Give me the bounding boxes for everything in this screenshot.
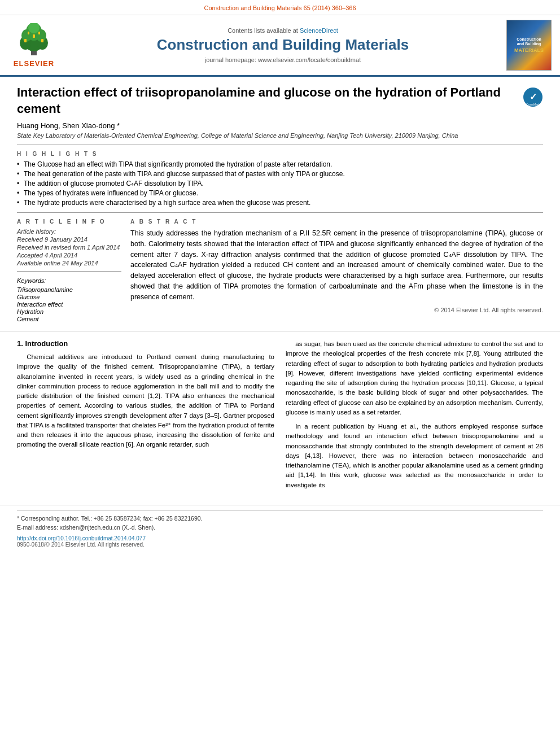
received-date: Received 9 January 2014 bbox=[17, 236, 121, 243]
journal-title-center: Contents lists available at ScienceDirec… bbox=[68, 20, 498, 71]
abstract-col: A B S T R A C T This study addresses the… bbox=[130, 219, 543, 323]
highlights-list: The Glucose had an effect with TIPA that… bbox=[17, 160, 543, 207]
keyword-5: Cement bbox=[17, 316, 121, 322]
svg-rect-11 bbox=[28, 32, 29, 34]
doi-link[interactable]: http://dx.doi.org/10.1016/j.conbuildmat.… bbox=[17, 535, 543, 541]
elsevier-wordmark: ELSEVIER bbox=[14, 59, 54, 68]
sciencedirect-label: Contents lists available at ScienceDirec… bbox=[228, 27, 338, 34]
divider-2 bbox=[17, 212, 543, 213]
section1-heading: 1. Introduction bbox=[17, 339, 274, 348]
article-history: Article history: Received 9 January 2014… bbox=[17, 228, 121, 267]
svg-text:✓: ✓ bbox=[530, 92, 537, 102]
crossmark-badge[interactable]: ✓ CrossMark bbox=[523, 87, 543, 107]
keywords-list: Triisopropanolamine Glucose Interaction … bbox=[17, 286, 121, 322]
journal-cover: Construction and Building MATERIALS bbox=[504, 20, 554, 71]
elsevier-tree-icon bbox=[14, 23, 54, 57]
two-col-info: A R T I C L E I N F O Article history: R… bbox=[17, 219, 543, 323]
journal-ref-link[interactable]: Construction and Building Materials 65 (… bbox=[204, 5, 356, 11]
online-date: Available online 24 May 2014 bbox=[17, 260, 121, 267]
affiliation: State Key Laboratory of Materials-Orient… bbox=[17, 132, 543, 139]
highlight-item-4: The types of hydrates were influenced by… bbox=[17, 189, 543, 197]
cover-title-text: Construction and Building bbox=[517, 37, 541, 47]
crossmark-icon: ✓ CrossMark bbox=[523, 87, 543, 107]
footnote-section: * Corresponding author. Tel.: +86 25 835… bbox=[0, 505, 560, 534]
journal-main-title: Construction and Building Materials bbox=[157, 36, 409, 54]
article-info-col: A R T I C L E I N F O Article history: R… bbox=[17, 219, 121, 323]
keywords-label: Keywords: bbox=[17, 277, 121, 284]
highlight-item-2: The heat generation of the paste with TI… bbox=[17, 170, 543, 178]
body-text-right: as sugar, has been used as the concrete … bbox=[286, 339, 543, 490]
keyword-4: Hydration bbox=[17, 308, 121, 315]
issn-text: 0950-0618/© 2014 Elsevier Ltd. All right… bbox=[17, 541, 543, 548]
divider-keywords bbox=[17, 271, 121, 272]
history-label: Article history: bbox=[17, 228, 121, 235]
article-section: Interaction effect of triisopropanolamin… bbox=[0, 77, 560, 323]
top-bar: Construction and Building Materials 65 (… bbox=[0, 0, 560, 15]
body-para-1: Chemical additives are introduced to Por… bbox=[17, 352, 274, 450]
page-container: Construction and Building Materials 65 (… bbox=[0, 0, 560, 747]
svg-rect-12 bbox=[38, 32, 40, 34]
article-info-label: A R T I C L E I N F O bbox=[17, 219, 121, 225]
article-title: Interaction effect of triisopropanolamin… bbox=[17, 85, 517, 117]
svg-rect-9 bbox=[41, 39, 43, 42]
sciencedirect-link[interactable]: ScienceDirect bbox=[300, 27, 338, 34]
highlight-item-3: The addition of glucose promoted C₄AF di… bbox=[17, 180, 543, 187]
keyword-1: Triisopropanolamine bbox=[17, 286, 121, 293]
body-section: 1. Introduction Chemical additives are i… bbox=[0, 331, 560, 503]
highlight-item-1: The Glucose had an effect with TIPA that… bbox=[17, 160, 543, 168]
journal-homepage: journal homepage: www.elsevier.com/locat… bbox=[205, 56, 361, 63]
journal-header: ELSEVIER Contents lists available at Sci… bbox=[0, 15, 560, 77]
body-col-left: 1. Introduction Chemical additives are i… bbox=[17, 339, 274, 495]
doi-section: http://dx.doi.org/10.1016/j.conbuildmat.… bbox=[0, 534, 560, 550]
body-col-right: as sugar, has been used as the concrete … bbox=[286, 339, 543, 495]
email-footnote: E-mail address: xdshen@njtech.edu.cn (X.… bbox=[17, 524, 543, 531]
revised-date: Received in revised form 1 April 2014 bbox=[17, 244, 121, 251]
cover-materials-text: MATERIALS bbox=[514, 47, 544, 53]
svg-rect-10 bbox=[33, 34, 35, 38]
highlight-item-5: The hydrate products were characterised … bbox=[17, 199, 543, 207]
abstract-label: A B S T R A C T bbox=[130, 219, 543, 225]
svg-rect-8 bbox=[24, 39, 27, 42]
corresponding-author: * Corresponding author. Tel.: +86 25 835… bbox=[17, 515, 543, 522]
copyright: © 2014 Elsevier Ltd. All rights reserved… bbox=[130, 307, 543, 313]
article-title-area: Interaction effect of triisopropanolamin… bbox=[17, 85, 543, 117]
keyword-2: Glucose bbox=[17, 294, 121, 300]
highlights-label: H I G H L I G H T S bbox=[17, 151, 543, 157]
accepted-date: Accepted 4 April 2014 bbox=[17, 252, 121, 259]
body-para-2: as sugar, has been used as the concrete … bbox=[286, 339, 543, 417]
abstract-text: This study addresses the hydration mecha… bbox=[130, 228, 543, 302]
journal-cover-image: Construction and Building MATERIALS bbox=[506, 20, 552, 71]
body-para-3: In a recent publication by Huang et al.,… bbox=[286, 422, 543, 490]
divider-footnote bbox=[17, 510, 543, 510]
highlights-section: H I G H L I G H T S The Glucose had an e… bbox=[17, 151, 543, 207]
authors: Huang Hong, Shen Xiao-dong * bbox=[17, 121, 543, 130]
body-text-left: Chemical additives are introduced to Por… bbox=[17, 352, 274, 450]
svg-text:CrossMark: CrossMark bbox=[526, 103, 540, 106]
divider-1 bbox=[17, 145, 543, 145]
keyword-3: Interaction effect bbox=[17, 301, 121, 308]
elsevier-logo: ELSEVIER bbox=[6, 20, 62, 71]
